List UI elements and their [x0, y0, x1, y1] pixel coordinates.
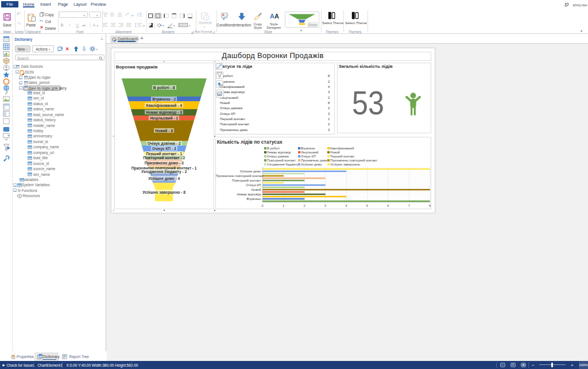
svg-text:A: A — [222, 13, 224, 17]
